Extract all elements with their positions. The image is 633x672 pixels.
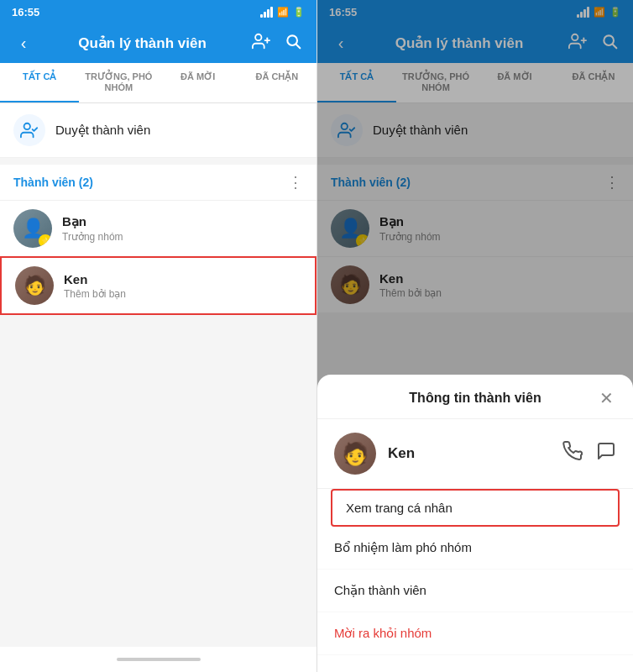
member-name-ken-left: Ken [64,272,301,286]
sheet-user-row: 🧑 Ken [317,419,633,489]
svg-point-5 [24,123,30,129]
wifi-icon: 📶 [277,7,289,18]
approve-icon-left [13,114,45,146]
nav-bar-left [0,647,316,672]
back-button-left[interactable]: ‹ [12,34,35,53]
members-header-left: Thành viên (2) ⋮ [0,165,316,200]
sheet-header: Thông tin thành viên ✕ [317,375,633,419]
sheet-title: Thông tin thành viên [354,391,596,406]
status-bar-left: 16:55 📶 🔋 [0,0,316,24]
avatar-ban-left: 👤 ⭐ [13,209,52,248]
approve-text-left: Duyệt thành viên [55,123,150,138]
tab-da-chan-left[interactable]: ĐÃ CHẶN [238,63,316,102]
member-name-ban-left: Bạn [62,214,303,229]
add-user-button-left[interactable] [249,32,273,55]
action-bo-nhiem[interactable]: Bổ nhiệm làm phó nhóm [317,527,633,570]
content-left: Duyệt thành viên Thành viên (2) ⋮ 👤 ⭐ Bạ… [0,103,316,647]
nav-indicator-left [117,658,201,661]
header-title-left: Quản lý thành viên [35,34,249,52]
close-button[interactable]: ✕ [596,388,616,408]
more-options-left[interactable]: ⋮ [288,173,303,192]
svg-line-4 [296,45,301,49]
signal-icon [260,7,273,18]
member-info-ken-left: Ken Thêm bởi bạn [64,272,301,300]
avatar-ken-left: 🧑 [15,266,54,305]
member-sub-ken-left: Thêm bởi bạn [64,288,301,300]
left-panel: 16:55 📶 🔋 ‹ Quản lý thành viên [0,0,316,672]
battery-icon: 🔋 [293,7,305,18]
member-ken-left[interactable]: 🧑 Ken Thêm bởi bạn [0,256,316,315]
tabs-left: TẤT CẢ TRƯỞNG, PHÓ NHÓM ĐÃ MỜI ĐÃ CHẶN [0,63,316,103]
right-panel: 16:55 📶 🔋 ‹ Quản lý thành viên [316,0,633,672]
time-left: 16:55 [12,6,39,18]
member-info-ban-left: Bạn Trưởng nhóm [62,214,303,243]
svg-point-0 [255,34,261,40]
header-left: ‹ Quản lý thành viên [0,24,316,63]
action-xem-trang[interactable]: Xem trang cá nhân [331,489,620,527]
sheet-user-icons [562,441,616,466]
leader-badge-ban-left: ⭐ [39,234,52,248]
sheet-user-name: Ken [388,445,551,462]
message-button[interactable] [596,441,616,466]
bottom-sheet: Thông tin thành viên ✕ 🧑 Ken [317,375,633,672]
search-button-left[interactable] [281,33,305,54]
members-count-left: Thành viên (2) [13,176,93,189]
status-icons-left: 📶 🔋 [260,7,305,18]
member-ban-left[interactable]: 👤 ⭐ Bạn Trưởng nhóm [0,200,316,256]
call-button[interactable] [562,441,583,466]
action-moi-ra[interactable]: Mời ra khỏi nhóm [317,612,633,655]
tab-truong-pho-left[interactable]: TRƯỞNG, PHÓ NHÓM [79,63,158,102]
member-sub-ban-left: Trưởng nhóm [62,231,303,243]
header-right-icons-left [249,32,305,55]
sheet-avatar: 🧑 [334,433,376,475]
approve-row-left[interactable]: Duyệt thành viên [0,103,316,158]
tab-tat-ca-left[interactable]: TẤT CẢ [0,63,79,102]
action-chan[interactable]: Chặn thành viên [317,570,633,612]
tab-da-moi-left[interactable]: ĐÃ MỜI [159,63,238,102]
